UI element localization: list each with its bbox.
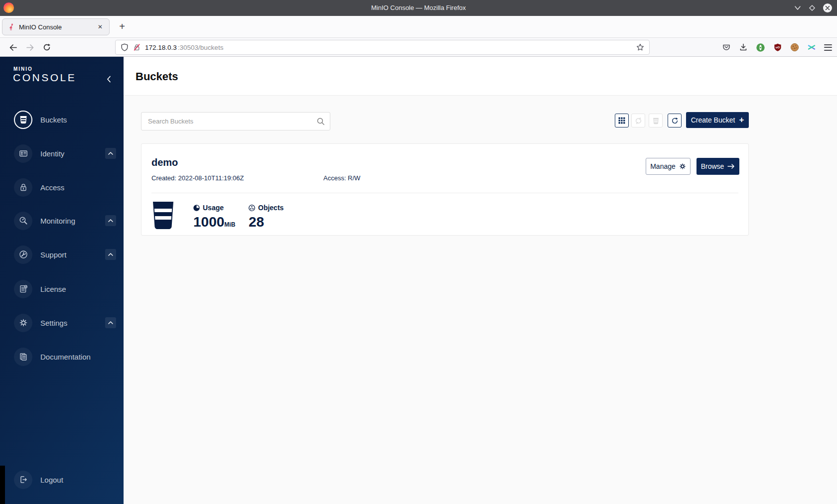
card-divider — [151, 193, 738, 193]
sidebar-item-label: Identity — [40, 149, 64, 158]
create-bucket-label: Create Bucket — [691, 116, 735, 124]
sidebar-item-documentation[interactable]: Documentation — [14, 346, 116, 368]
window-close-icon[interactable] — [823, 3, 832, 12]
replication-arrows-icon — [635, 117, 642, 125]
sidebar-item-label: Access — [40, 183, 64, 192]
console-logo: CONSOLE — [13, 72, 76, 84]
downloads-icon[interactable] — [739, 43, 748, 52]
gear-icon — [14, 314, 32, 332]
sidebar: MINIO CONSOLE Buckets Identity Access — [0, 57, 124, 504]
sidebar-item-label: License — [40, 285, 66, 293]
browse-button[interactable]: Browse — [697, 158, 739, 175]
shield-icon[interactable] — [121, 43, 129, 51]
manage-button[interactable]: Manage — [646, 158, 691, 175]
menu-icon[interactable] — [824, 44, 832, 51]
bookmark-star-icon[interactable] — [636, 43, 644, 51]
gear-icon — [679, 163, 686, 170]
tab-close-icon[interactable]: ✕ — [96, 23, 105, 30]
sidebar-item-label: Support — [40, 251, 67, 259]
desktop-corner — [0, 466, 5, 504]
url-host: 172.18.0.3 — [145, 44, 177, 51]
minio-logo: MINIO — [13, 66, 33, 72]
main-content: Create Bucket + demo Created: 2022-08-10… — [124, 96, 837, 504]
identity-card-icon — [14, 144, 32, 163]
url-path: :30503/buckets — [178, 44, 224, 51]
chevron-up-icon[interactable] — [105, 317, 116, 328]
url-bar[interactable]: 172.18.0.3 :30503/buckets — [115, 40, 650, 55]
browser-toolbar: 172.18.0.3 :30503/buckets uO — [0, 38, 837, 57]
insecure-lock-icon[interactable] — [133, 43, 141, 51]
new-tab-button[interactable]: + — [116, 20, 129, 33]
bucket-name-link[interactable]: demo — [151, 157, 178, 168]
search-icon — [317, 118, 325, 126]
bucket-icon — [151, 202, 175, 229]
sidebar-item-buckets[interactable]: Buckets — [14, 109, 116, 130]
window-title: MinIO Console — Mozilla Firefox — [0, 0, 837, 16]
monitoring-magnifier-icon — [14, 212, 32, 230]
forward-button[interactable] — [23, 40, 37, 54]
extension-green-icon[interactable] — [756, 43, 765, 52]
objects-value: 28 — [249, 214, 264, 230]
objects-label: Objects — [258, 204, 283, 212]
asterisk-extension-icon[interactable] — [807, 43, 816, 52]
window-maximize-icon[interactable] — [808, 4, 816, 12]
screen: MinIO Console — Mozilla Firefox — [0, 0, 837, 504]
sidebar-item-label: Documentation — [40, 353, 91, 361]
grid-icon — [618, 117, 625, 124]
sidebar-item-label: Logout — [40, 476, 63, 484]
usage-metric: Usage 1000MiB — [193, 204, 235, 230]
manage-label: Manage — [650, 162, 676, 170]
sidebar-item-settings[interactable]: Settings — [14, 312, 116, 334]
usage-value: 1000 — [193, 214, 224, 230]
logout-icon — [14, 471, 32, 489]
sidebar-item-label: Monitoring — [40, 217, 75, 225]
sidebar-collapse-icon[interactable] — [107, 76, 111, 83]
sidebar-item-monitoring[interactable]: Monitoring — [14, 210, 116, 232]
bucket-icon — [652, 117, 660, 125]
objects-icon — [249, 205, 255, 211]
window-titlebar: MinIO Console — Mozilla Firefox — [0, 0, 837, 16]
chevron-up-icon[interactable] — [105, 215, 116, 226]
support-wrench-icon — [14, 246, 32, 264]
plus-icon: + — [739, 116, 744, 124]
usage-pie-icon — [193, 205, 200, 211]
chevron-up-icon[interactable] — [105, 249, 116, 260]
search-box — [141, 112, 330, 130]
reload-button[interactable] — [40, 40, 54, 54]
sidebar-item-logout[interactable]: Logout — [14, 469, 116, 491]
set-replication-button — [631, 114, 645, 127]
objects-metric: Objects 28 — [249, 204, 283, 230]
browser-tab[interactable]: MinIO Console ✕ — [2, 18, 110, 35]
sidebar-item-license[interactable]: License — [14, 278, 116, 300]
usage-unit: MiB — [224, 221, 235, 228]
bucket-icon — [14, 111, 32, 129]
window-minimize-icon[interactable] — [794, 5, 801, 10]
sidebar-item-identity[interactable]: Identity — [14, 142, 116, 164]
usage-label: Usage — [203, 204, 224, 212]
cookie-extension-icon[interactable] — [790, 43, 799, 52]
page-title: Buckets — [136, 70, 178, 83]
back-button[interactable] — [6, 40, 20, 54]
minio-flamingo-favicon-icon — [7, 23, 15, 31]
browse-label: Browse — [701, 162, 724, 170]
arrow-right-icon — [727, 163, 735, 169]
sidebar-item-label: Buckets — [40, 116, 67, 124]
refresh-icon — [671, 117, 679, 125]
create-bucket-button[interactable]: Create Bucket + — [686, 112, 749, 128]
ublock-origin-icon[interactable]: uO — [773, 43, 782, 52]
refresh-button[interactable] — [668, 114, 682, 127]
bucket-card[interactable]: demo Created: 2022-08-10T11:19:06Z Acces… — [141, 143, 749, 236]
tab-title: MinIO Console — [19, 23, 92, 31]
delete-buckets-button — [649, 114, 663, 127]
chevron-up-icon[interactable] — [105, 148, 116, 159]
lock-icon — [14, 178, 32, 197]
page-header: Buckets — [124, 57, 837, 96]
tab-bar: MinIO Console ✕ + — [0, 16, 837, 38]
search-input[interactable] — [141, 113, 330, 130]
pocket-icon[interactable] — [722, 43, 731, 52]
sidebar-item-access[interactable]: Access — [14, 176, 116, 198]
sidebar-item-support[interactable]: Support — [14, 244, 116, 265]
documentation-pages-icon — [14, 348, 32, 366]
bucket-access: Access: R/W — [323, 174, 360, 182]
grid-view-button[interactable] — [615, 114, 629, 127]
